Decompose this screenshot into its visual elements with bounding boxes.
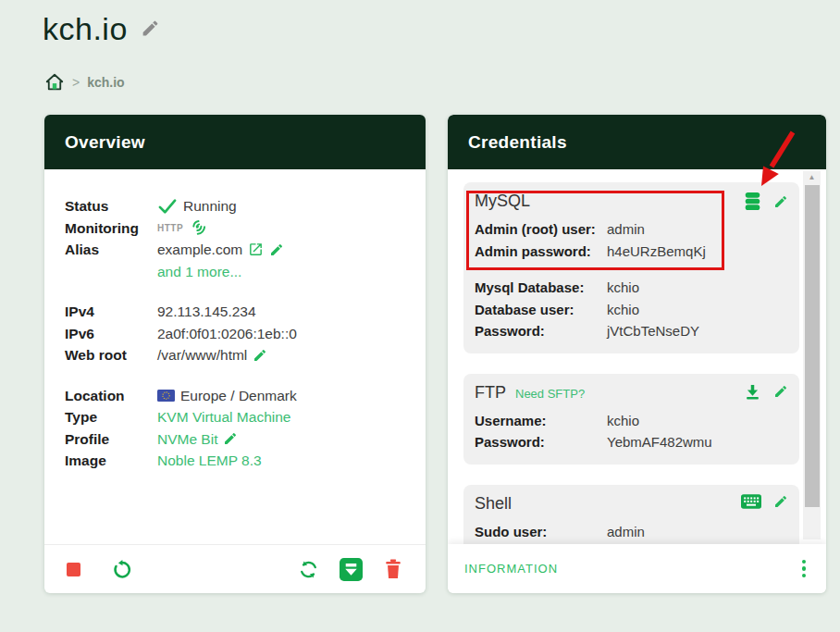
ipv6-label: IPv6 — [65, 323, 157, 345]
sudo-user-label: Sudo user: — [475, 521, 607, 543]
download-icon[interactable] — [744, 383, 761, 401]
ftp-username-row: Username: kchio — [475, 410, 788, 432]
admin-user-label: Admin (root) user: — [475, 218, 607, 241]
mysql-database-row: Mysql Database: kchio — [475, 277, 788, 299]
edit-title-icon[interactable] — [141, 19, 160, 38]
breadcrumb: > kch.io — [44, 72, 125, 93]
overview-body: Status Running Monitoring HTTP — [44, 169, 426, 472]
alias-value: example.com — [157, 239, 242, 261]
page-title: kch.io — [43, 11, 128, 47]
type-row: Type KVM Virtual Machine — [65, 406, 426, 428]
database-user-row: Database user: kchio — [475, 299, 788, 321]
scrollbar-thumb[interactable] — [805, 185, 820, 507]
reinstall-button[interactable] — [340, 558, 363, 581]
mysql-title: MySQL — [475, 192, 530, 211]
ftp-username-value: kchio — [607, 410, 639, 432]
restart-button[interactable] — [112, 559, 133, 580]
admin-password-label: Admin password: — [475, 241, 607, 263]
database-password-value: jVtCbTeNseDY — [607, 320, 699, 342]
ftp-password-label: Password: — [475, 431, 607, 453]
stop-button[interactable] — [67, 563, 80, 576]
edit-profile-icon[interactable] — [223, 431, 238, 446]
location-value: Europe / Denmark — [180, 385, 297, 407]
credentials-header: Credentials — [448, 115, 826, 169]
credentials-scrollbar[interactable]: ▲ — [803, 171, 821, 539]
edit-webroot-icon[interactable] — [253, 348, 267, 363]
credentials-cards: MySQL Admin (root) user: admin Admin pas… — [463, 182, 799, 587]
credentials-footer: INFORMATION — [448, 544, 826, 593]
information-button[interactable]: INFORMATION — [464, 562, 558, 576]
overview-panel: Overview Status Running Monitoring HTTP — [44, 115, 426, 593]
webroot-value: /var/www/html — [157, 344, 247, 366]
sync-button[interactable] — [298, 559, 319, 580]
monitoring-row: Monitoring HTTP — [65, 217, 426, 240]
type-label: Type — [65, 406, 157, 428]
ftp-username-label: Username: — [475, 410, 607, 432]
delete-button[interactable] — [383, 558, 403, 580]
monitoring-label: Monitoring — [65, 217, 157, 240]
mysql-admin-password-row: Admin password: h4eURzBemqKj — [475, 241, 788, 263]
admin-user-value: admin — [607, 218, 645, 241]
ipv6-row: IPv6 2a0f:0f01:0206:1eb::0 — [65, 323, 426, 345]
mysql-database-label: Mysql Database: — [475, 277, 607, 299]
scrollbar-up-arrow[interactable]: ▲ — [803, 173, 821, 181]
alias-row: Alias example.com — [65, 239, 426, 261]
keyboard-icon[interactable] — [741, 494, 761, 509]
admin-password-value: h4eURzBemqKj — [607, 241, 706, 263]
edit-ftp-icon[interactable] — [773, 384, 788, 399]
need-sftp-link[interactable]: Need SFTP? — [515, 387, 585, 401]
image-label: Image — [65, 450, 157, 472]
ftp-card: FTP Need SFTP? Username: kchio Password:… — [463, 374, 799, 465]
profile-row: Profile NVMe Bit — [65, 428, 426, 451]
location-row: Location Europe / Denmark — [65, 385, 426, 407]
profile-value: NVMe Bit — [157, 428, 217, 451]
kebab-menu-icon[interactable] — [800, 558, 809, 580]
alias-more-row: and 1 more... — [65, 261, 426, 283]
check-icon — [157, 198, 178, 215]
overview-header: Overview — [44, 115, 426, 169]
http-tag: HTTP — [157, 217, 183, 240]
alias-label: Alias — [65, 239, 157, 261]
page-header: kch.io — [43, 11, 160, 47]
edit-mysql-icon[interactable] — [773, 194, 788, 209]
breadcrumb-current[interactable]: kch.io — [87, 75, 124, 90]
database-password-row: Password: jVtCbTeNseDY — [475, 320, 788, 342]
overview-title: Overview — [65, 132, 145, 153]
ipv6-value: 2a0f:0f01:0206:1eb::0 — [157, 323, 297, 345]
webroot-label: Web root — [65, 344, 157, 366]
database-user-value: kchio — [607, 299, 639, 321]
ftp-password-row: Password: YebmAF482wmu — [475, 431, 788, 453]
overview-actions — [44, 544, 426, 593]
external-link-icon[interactable] — [248, 242, 264, 257]
location-label: Location — [65, 385, 157, 407]
database-password-label: Password: — [475, 320, 607, 342]
image-row: Image Noble LEMP 8.3 — [65, 450, 426, 472]
credentials-panel: Credentials MySQL Admin (root) user: adm… — [448, 115, 826, 593]
profile-label: Profile — [65, 428, 157, 451]
mysql-card: MySQL Admin (root) user: admin Admin pas… — [463, 182, 799, 353]
home-icon[interactable] — [44, 72, 65, 93]
eu-flag-icon — [157, 390, 175, 402]
status-row: Status Running — [65, 195, 426, 217]
sudo-user-value: admin — [607, 521, 645, 543]
alias-more-link[interactable]: and 1 more... — [157, 261, 241, 283]
edit-alias-icon[interactable] — [269, 242, 284, 257]
mysql-database-value: kchio — [607, 277, 639, 299]
status-label: Status — [65, 195, 157, 217]
sudo-user-row: Sudo user: admin — [475, 521, 788, 543]
webroot-row: Web root /var/www/html — [65, 344, 426, 366]
ftp-password-value: YebmAF482wmu — [607, 431, 712, 453]
ipv4-label: IPv4 — [65, 301, 157, 323]
shell-title: Shell — [475, 494, 512, 514]
status-value: Running — [183, 195, 237, 217]
database-user-label: Database user: — [475, 299, 607, 321]
ftp-title: FTP — [475, 383, 506, 403]
type-value: KVM Virtual Machine — [157, 406, 290, 428]
ipv4-value: 92.113.145.234 — [157, 301, 256, 323]
breadcrumb-separator: > — [72, 75, 80, 90]
database-icon[interactable] — [744, 192, 761, 211]
mysql-admin-user-row: Admin (root) user: admin — [475, 218, 788, 241]
edit-shell-icon[interactable] — [773, 494, 788, 509]
monitoring-signal-icon[interactable] — [189, 217, 209, 238]
image-value: Noble LEMP 8.3 — [157, 450, 262, 472]
